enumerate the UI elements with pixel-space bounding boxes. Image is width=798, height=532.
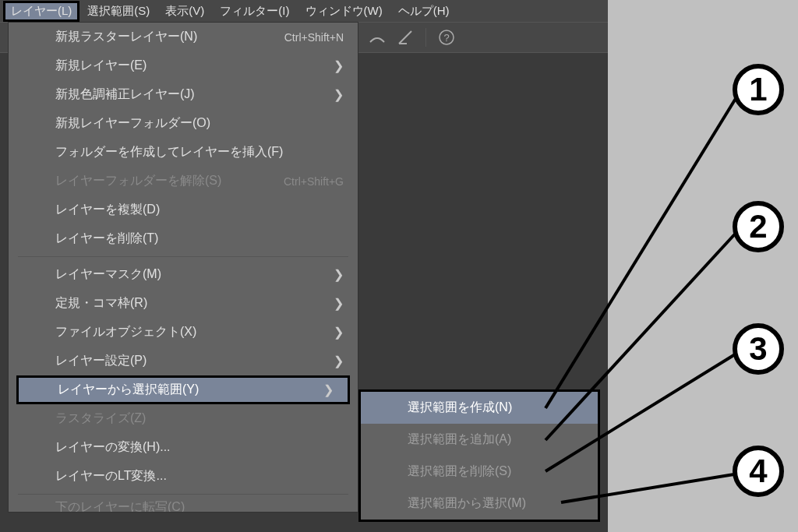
menu-convert-layer[interactable]: レイヤーの変換(H)...: [9, 433, 358, 462]
menu-shortcut: Ctrl+Shift+G: [284, 175, 344, 188]
menu-label: レイヤーフォルダーを解除(S): [55, 173, 221, 189]
menu-label: レイヤーから選択範囲(Y): [58, 382, 199, 398]
callout-4: 4: [733, 446, 784, 497]
menu-file-object[interactable]: ファイルオブジェクト(X) ❯: [9, 318, 358, 347]
layer-dropdown-menu: 新規ラスターレイヤー(N) Ctrl+Shift+N 新規レイヤー(E) ❯ 新…: [8, 22, 358, 513]
menu-layer-mask[interactable]: レイヤーマスク(M) ❯: [9, 260, 358, 289]
menu-view[interactable]: 表示(V): [157, 1, 212, 22]
callout-3: 3: [733, 323, 784, 375]
menu-separator: [18, 494, 348, 495]
menu-label: 新規ラスターレイヤー(N): [55, 29, 197, 45]
menu-bottom-transfer: 下のレイヤーに転写(C): [9, 498, 358, 512]
submenu-from-selection[interactable]: 選択範囲から選択(M): [361, 488, 598, 520]
svg-text:?: ?: [443, 32, 449, 44]
tool-icon-2[interactable]: [394, 26, 416, 48]
submenu-label: 選択範囲から選択(M): [408, 496, 526, 509]
tool-icon-1[interactable]: [366, 26, 388, 48]
menu-label: 定規・コマ枠(R): [55, 295, 147, 312]
menu-new-folder[interactable]: 新規レイヤーフォルダー(O): [9, 109, 358, 138]
menu-ruler-frame[interactable]: 定規・コマ枠(R) ❯: [9, 289, 358, 318]
submenu-label: 選択範囲を削除(S): [408, 464, 511, 477]
menu-label: レイヤーを削除(T): [55, 231, 158, 247]
help-icon[interactable]: ?: [436, 26, 457, 48]
menu-label: レイヤーの変換(H)...: [55, 439, 171, 456]
callout-number: 2: [749, 208, 767, 245]
menu-release-folder: レイヤーフォルダーを解除(S) Ctrl+Shift+G: [9, 167, 358, 196]
toolbar-separator: [425, 28, 426, 47]
menu-label: レイヤー設定(P): [55, 353, 147, 369]
menu-label: 新規色調補正レイヤー(J): [55, 86, 195, 103]
menu-label: 新規レイヤーフォルダー(O): [55, 115, 210, 132]
submenu-add-selection[interactable]: 選択範囲を追加(A): [361, 424, 598, 456]
menu-shortcut: Ctrl+Shift+N: [284, 31, 344, 44]
menu-layer-to-selection[interactable]: レイヤーから選択範囲(Y) ❯: [16, 375, 350, 404]
submenu-delete-selection[interactable]: 選択範囲を削除(S): [361, 456, 598, 488]
menu-bar: レイヤー(L) 選択範囲(S) 表示(V) フィルター(I) ウィンドウ(W) …: [0, 0, 608, 22]
menu-create-folder-insert[interactable]: フォルダーを作成してレイヤーを挿入(F): [9, 138, 358, 167]
menu-layer[interactable]: レイヤー(L): [3, 1, 79, 22]
selection-submenu: 選択範囲を作成(N) 選択範囲を追加(A) 選択範囲を削除(S) 選択範囲から選…: [358, 389, 600, 522]
menu-label: フォルダーを作成してレイヤーを挿入(F): [55, 144, 283, 160]
menu-new-tone-layer[interactable]: 新規色調補正レイヤー(J) ❯: [9, 80, 358, 109]
menu-duplicate-layer[interactable]: レイヤーを複製(D): [9, 196, 358, 224]
chevron-right-icon: ❯: [334, 87, 344, 102]
callout-2: 2: [733, 201, 784, 252]
chevron-right-icon: ❯: [334, 354, 344, 368]
menu-help[interactable]: ヘルプ(H): [390, 1, 457, 22]
submenu-label: 選択範囲を追加(A): [408, 432, 511, 446]
submenu-create-selection[interactable]: 選択範囲を作成(N): [361, 392, 598, 424]
chevron-right-icon: ❯: [334, 267, 344, 282]
menu-new-layer[interactable]: 新規レイヤー(E) ❯: [9, 51, 358, 80]
menu-label: ラスタライズ(Z): [55, 410, 146, 427]
menu-new-raster-layer[interactable]: 新規ラスターレイヤー(N) Ctrl+Shift+N: [9, 23, 358, 51]
chevron-right-icon: ❯: [334, 58, 344, 73]
chevron-right-icon: ❯: [334, 296, 344, 311]
menu-rasterize: ラスタライズ(Z): [9, 404, 358, 433]
menu-label: レイヤーのLT変換...: [55, 468, 167, 484]
menu-window[interactable]: ウィンドウ(W): [298, 1, 390, 22]
menu-label: 下のレイヤーに転写(C): [55, 499, 185, 513]
menu-separator: [18, 256, 348, 257]
menu-filter[interactable]: フィルター(I): [212, 1, 297, 22]
menu-label: レイヤーを複製(D): [55, 202, 160, 218]
callout-1: 1: [733, 64, 784, 115]
menu-label: レイヤーマスク(M): [55, 266, 161, 283]
callout-number: 4: [749, 453, 767, 490]
callout-number: 3: [749, 330, 767, 368]
menu-selection[interactable]: 選択範囲(S): [79, 1, 157, 22]
menu-delete-layer[interactable]: レイヤーを削除(T): [9, 224, 358, 253]
submenu-label: 選択範囲を作成(N): [408, 400, 512, 414]
callout-number: 1: [749, 71, 767, 108]
chevron-right-icon: ❯: [334, 325, 344, 340]
menu-label: 新規レイヤー(E): [55, 58, 147, 74]
menu-lt-convert[interactable]: レイヤーのLT変換...: [9, 462, 358, 491]
chevron-right-icon: ❯: [323, 382, 334, 397]
menu-label: ファイルオブジェクト(X): [55, 324, 196, 340]
menu-layer-settings[interactable]: レイヤー設定(P) ❯: [9, 347, 358, 375]
